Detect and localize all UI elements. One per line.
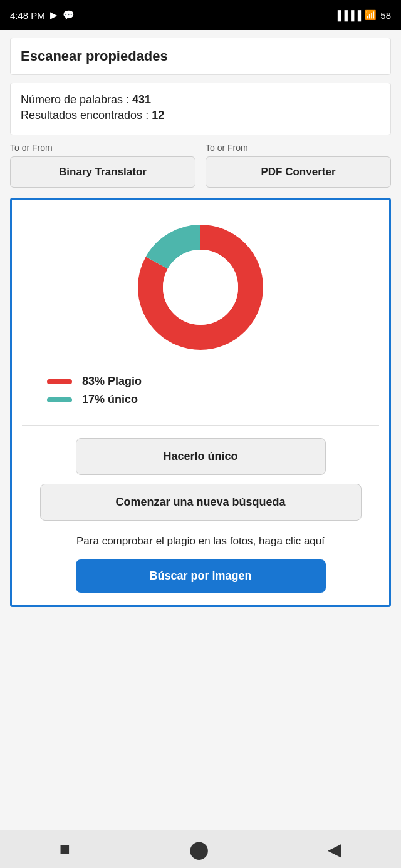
pdf-label: To or From (206, 143, 391, 153)
scan-title: Escanear propiedades (21, 48, 168, 64)
status-bar-right: ▐▐▐▐ 📶 58 (335, 9, 391, 21)
unique-legend-item: 17% único (47, 393, 379, 406)
new-search-button[interactable]: Comenzar una nueva búsqueda (40, 484, 362, 521)
unique-legend-text: 17% único (82, 393, 138, 406)
word-count-value: 431 (132, 93, 151, 106)
donut-chart-container (132, 218, 269, 356)
binary-translator-col: To or From Binary Translator (10, 143, 195, 188)
chart-legend: 83% Plagio 17% único (22, 375, 379, 406)
binary-label: To or From (10, 143, 195, 153)
photo-check-text: Para comprobar el plagio en las fotos, h… (76, 533, 325, 549)
donut-chart (132, 218, 269, 356)
image-search-button[interactable]: Búscar por imagen (76, 559, 326, 593)
stats-card: Número de palabras : 431 Resultados enco… (10, 83, 391, 135)
plagio-legend-text: 83% Plagio (82, 375, 142, 388)
unique-legend-color (47, 397, 72, 402)
wifi-icon: 📶 (365, 9, 377, 21)
binary-translator-button[interactable]: Binary Translator (10, 156, 195, 188)
battery-display: 58 (380, 10, 391, 21)
status-bar: 4:48 PM ▶ 💬 ▐▐▐▐ 📶 58 (0, 0, 401, 30)
back-button[interactable]: ◀ (328, 839, 341, 860)
word-count-line: Número de palabras : 431 (21, 93, 380, 106)
youtube-icon: ▶ (50, 9, 58, 21)
plagio-legend-item: 83% Plagio (47, 375, 379, 388)
word-count-label: Número de palabras : (21, 93, 132, 106)
results-count-value: 12 (152, 109, 164, 121)
signal-icon: ▐▐▐▐ (335, 10, 362, 21)
donut-hole (163, 250, 238, 325)
converter-section: To or From Binary Translator To or From … (10, 143, 391, 188)
plagio-legend-color (47, 379, 72, 384)
main-content: Escanear propiedades Número de palabras … (0, 30, 401, 830)
divider (22, 425, 379, 426)
status-bar-left: 4:48 PM ▶ 💬 (10, 9, 75, 21)
home-button[interactable]: ⬤ (189, 839, 209, 860)
results-label: Resultados encontrados : (21, 109, 152, 121)
stop-button[interactable]: ■ (60, 839, 70, 859)
pdf-converter-col: To or From PDF Converter (206, 143, 391, 188)
bottom-navigation: ■ ⬤ ◀ (0, 830, 401, 868)
pdf-converter-button[interactable]: PDF Converter (206, 156, 391, 188)
results-count-line: Resultados encontrados : 12 (21, 109, 380, 122)
make-unique-button[interactable]: Hacerlo único (76, 438, 326, 475)
whatsapp-icon: 💬 (63, 9, 75, 21)
time-display: 4:48 PM (10, 10, 45, 21)
scan-properties-card: Escanear propiedades (10, 38, 391, 75)
result-card: 83% Plagio 17% único Hacerlo único Comen… (10, 198, 391, 607)
